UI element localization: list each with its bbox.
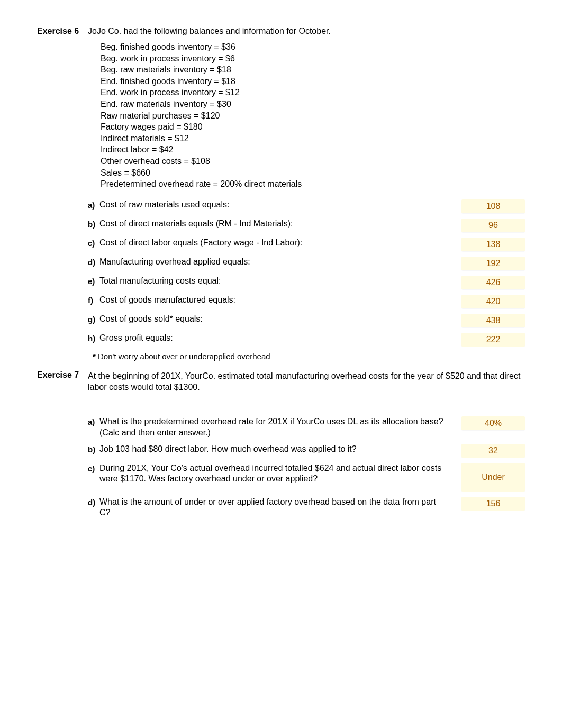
question-text: Job 103 had $80 direct labor. How much o… <box>99 444 461 455</box>
question-row: d) Manufacturing overhead applied equals… <box>88 257 525 270</box>
question-text: During 201X, Your Co's actual overhead i… <box>99 463 461 485</box>
exercise6-header: Exercise 6 JoJo Co. had the following ba… <box>37 26 525 36</box>
info-line: Indirect materials = $12 <box>101 133 525 144</box>
footnote-text: Don't worry about over or underapplied o… <box>98 352 270 361</box>
info-line: Predetermined overhead rate = 200% direc… <box>101 178 525 190</box>
info-line: Raw material purchases = $120 <box>101 110 525 122</box>
answer-cell[interactable]: 108 <box>461 199 525 213</box>
exercise6-info-block: Beg. finished goods inventory = $36 Beg.… <box>101 41 525 190</box>
info-line: Other overhead costs = $108 <box>101 156 525 167</box>
info-line: Factory wages paid = $180 <box>101 121 525 133</box>
exercise6-footnote: * Don't worry about over or underapplied… <box>93 352 525 361</box>
question-text: Cost of raw materials used equals: <box>99 199 461 211</box>
question-row: b) Cost of direct materials equals (RM -… <box>88 219 525 232</box>
footnote-star: * <box>93 352 96 361</box>
question-text: What is the amount of under or over appl… <box>99 497 461 519</box>
info-line: Indirect labor = $42 <box>101 144 525 156</box>
answer-cell[interactable]: Under <box>461 463 525 492</box>
answer-cell[interactable]: 222 <box>461 333 525 347</box>
question-row: c) During 201X, Your Co's actual overhea… <box>88 463 525 492</box>
question-label: b) <box>88 219 99 229</box>
question-row: b) Job 103 had $80 direct labor. How muc… <box>88 444 525 458</box>
question-text: Cost of direct labor equals (Factory wag… <box>99 238 461 249</box>
answer-cell[interactable]: 138 <box>461 238 525 251</box>
question-text: Cost of goods sold* equals: <box>99 314 461 325</box>
question-label: c) <box>88 238 99 248</box>
question-text: Cost of goods manufactured equals: <box>99 295 461 306</box>
question-text: What is the predetermined overhead rate … <box>99 416 461 439</box>
question-text: Gross profit equals: <box>99 333 461 344</box>
question-row: d) What is the amount of under or over a… <box>88 497 525 519</box>
exercise7-label: Exercise 7 <box>37 370 88 380</box>
info-line: End. raw materials inventory = $30 <box>101 98 525 110</box>
question-label: a) <box>88 416 99 426</box>
question-label: c) <box>88 463 99 473</box>
answer-cell[interactable]: 40% <box>461 416 525 430</box>
question-label: a) <box>88 199 99 210</box>
info-line: Sales = $660 <box>101 167 525 179</box>
answer-cell[interactable]: 192 <box>461 257 525 270</box>
exercise7-intro: At the beginning of 201X, YourCo. estima… <box>88 370 525 393</box>
question-row: a) Cost of raw materials used equals: 10… <box>88 199 525 213</box>
question-text: Total manufacturing costs equal: <box>99 276 461 287</box>
question-text: Manufacturing overhead applied equals: <box>99 257 461 268</box>
question-label: f) <box>88 295 99 305</box>
question-row: e) Total manufacturing costs equal: 426 <box>88 276 525 289</box>
info-line: Beg. work in process inventory = $6 <box>101 53 525 65</box>
answer-cell[interactable]: 156 <box>461 497 525 511</box>
info-line: End. finished goods inventory = $18 <box>101 76 525 87</box>
question-label: d) <box>88 257 99 267</box>
question-label: b) <box>88 444 99 454</box>
exercise6-label: Exercise 6 <box>37 26 88 36</box>
answer-cell[interactable]: 96 <box>461 219 525 232</box>
question-label: g) <box>88 314 99 324</box>
answer-cell[interactable]: 420 <box>461 295 525 308</box>
question-row: f) Cost of goods manufactured equals: 42… <box>88 295 525 308</box>
question-label: e) <box>88 276 99 286</box>
question-row: c) Cost of direct labor equals (Factory … <box>88 238 525 251</box>
answer-cell[interactable]: 32 <box>461 444 525 458</box>
question-label: h) <box>88 333 99 343</box>
question-row: a) What is the predetermined overhead ra… <box>88 416 525 439</box>
question-row: h) Gross profit equals: 222 <box>88 333 525 347</box>
exercise6-questions: a) Cost of raw materials used equals: 10… <box>88 199 525 347</box>
exercise6-intro: JoJo Co. had the following balances and … <box>88 26 525 36</box>
exercise7-questions: a) What is the predetermined overhead ra… <box>88 416 525 518</box>
answer-cell[interactable]: 438 <box>461 314 525 327</box>
question-row: g) Cost of goods sold* equals: 438 <box>88 314 525 327</box>
answer-cell[interactable]: 426 <box>461 276 525 289</box>
question-text: Cost of direct materials equals (RM - In… <box>99 219 461 230</box>
info-line: Beg. finished goods inventory = $36 <box>101 41 525 53</box>
info-line: Beg. raw materials inventory = $18 <box>101 64 525 76</box>
exercise7-header: Exercise 7 At the beginning of 201X, You… <box>37 370 525 393</box>
info-line: End. work in process inventory = $12 <box>101 87 525 98</box>
question-label: d) <box>88 497 99 507</box>
